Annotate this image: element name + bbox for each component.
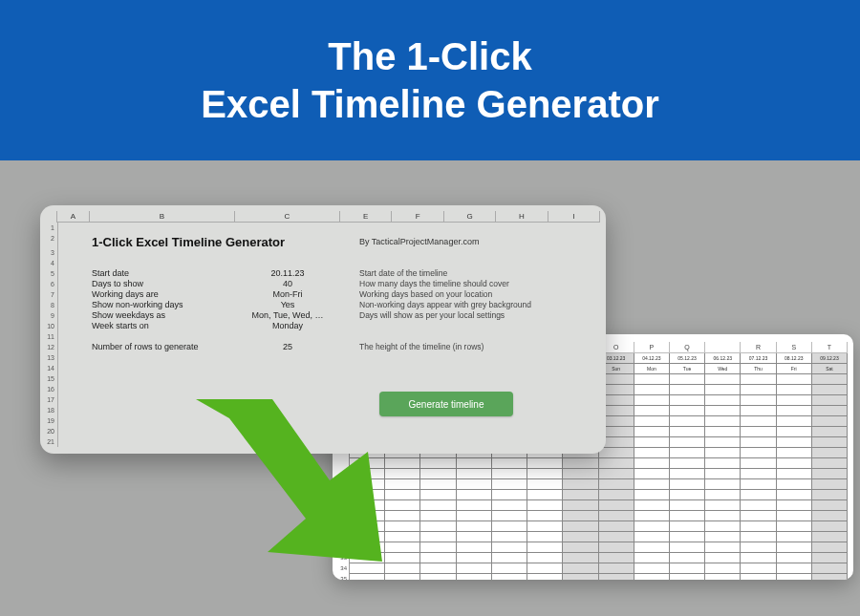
cell (741, 553, 776, 563)
cell (350, 521, 385, 532)
table-row (338, 490, 848, 500)
cell (385, 532, 420, 542)
row-number: 20 (44, 426, 57, 436)
settings-row: 20 (44, 426, 600, 436)
setting-description: Working days based on your location (359, 289, 492, 300)
setting-description: The height of the timeline (in rows) (359, 342, 484, 352)
cell (705, 532, 741, 542)
cell (599, 490, 634, 500)
cell (812, 500, 848, 511)
cell (599, 479, 634, 490)
cell (420, 469, 456, 479)
cell (492, 532, 527, 542)
cell (527, 500, 563, 511)
setting-value[interactable]: Yes (235, 300, 340, 310)
button-label: Generate timeline (409, 399, 484, 410)
cell (420, 500, 456, 511)
cell (420, 542, 456, 553)
row-number: 16 (44, 384, 57, 394)
cell (705, 511, 741, 521)
table-row: 35 (338, 574, 848, 580)
cell (812, 374, 848, 385)
cell (634, 437, 670, 448)
cell (385, 458, 420, 469)
cell (563, 511, 598, 521)
cell (777, 500, 812, 511)
row-number: 30 (338, 521, 350, 532)
cell (527, 479, 563, 490)
table-row (338, 479, 848, 490)
cell (670, 427, 705, 437)
cell (812, 553, 848, 563)
cell (599, 532, 634, 542)
cell (812, 542, 848, 553)
settings-row: 13 (44, 352, 600, 363)
cell (599, 521, 634, 532)
cell (385, 490, 420, 500)
generate-timeline-button[interactable]: Generate timeline (379, 392, 513, 416)
cell (634, 385, 670, 395)
cell (492, 521, 527, 532)
cell (634, 458, 670, 469)
column-header: C (235, 211, 340, 223)
setting-label: Show weekdays as (92, 310, 165, 321)
cell (527, 521, 563, 532)
cell (563, 563, 598, 574)
cell: 08.12.23 (777, 353, 812, 364)
settings-row: 8Show non-working daysYesNon-working day… (44, 300, 600, 310)
setting-label: Number of rows to generate (92, 342, 199, 352)
cell (563, 532, 598, 542)
setting-description: Non-working days appear with grey backgr… (359, 300, 531, 310)
cell (741, 416, 776, 427)
setting-value[interactable]: 20.11.23 (235, 268, 340, 279)
cell (741, 458, 776, 469)
row-number: 12 (44, 342, 57, 352)
row-number: 8 (44, 300, 57, 310)
cell: Wed (705, 364, 741, 374)
cell (705, 437, 741, 448)
cell (670, 416, 705, 427)
setting-value[interactable]: 25 (235, 342, 340, 352)
cell (457, 479, 492, 490)
cell (812, 563, 848, 574)
cell (634, 553, 670, 563)
setting-value[interactable]: Mon, Tue, Wed, … (235, 310, 340, 321)
cell (777, 427, 812, 437)
cell (634, 521, 670, 532)
setting-description: Start date of the timeline (359, 268, 447, 279)
cell (812, 416, 848, 427)
table-row: 31 (338, 532, 848, 542)
cell (670, 521, 705, 532)
cell (527, 458, 563, 469)
cell (741, 542, 776, 553)
row-number: 31 (338, 532, 350, 542)
cell (812, 395, 848, 406)
row-number: 15 (44, 373, 57, 384)
row-number: 21 (44, 436, 57, 447)
cell (741, 427, 776, 437)
settings-row: 10Week starts onMonday (44, 321, 600, 331)
setting-value[interactable]: 40 (235, 279, 340, 289)
cell (705, 553, 741, 563)
setting-value[interactable]: Monday (235, 321, 340, 331)
row-number: 7 (44, 289, 57, 300)
cell (670, 574, 705, 580)
row-number: 4 (44, 258, 57, 268)
cell (670, 500, 705, 511)
column-header: F (392, 211, 443, 223)
setting-value[interactable]: Mon-Fri (235, 289, 340, 300)
cell (812, 521, 848, 532)
cell (492, 553, 527, 563)
cell (634, 542, 670, 553)
cell (599, 469, 634, 479)
row-number: 18 (44, 405, 57, 415)
cell (812, 490, 848, 500)
cell (420, 458, 456, 469)
cell (457, 521, 492, 532)
cell (457, 500, 492, 511)
cell: Mon (634, 364, 670, 374)
cell: Thu (741, 364, 776, 374)
cell (777, 479, 812, 490)
table-row (338, 469, 848, 479)
cell: 05.12.23 (670, 353, 705, 364)
